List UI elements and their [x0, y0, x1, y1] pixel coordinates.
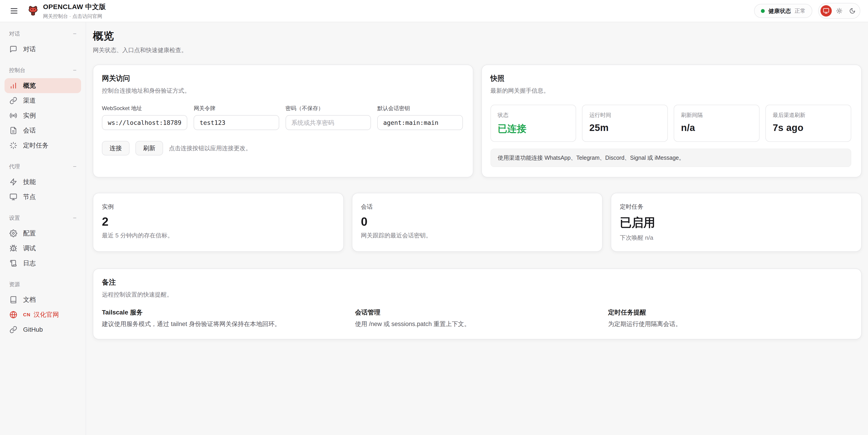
- stat-card-label: 实例: [102, 203, 333, 211]
- notes-card: 备注 远程控制设置的快速提醒。 Tailscale 服务 建议使用服务模式，通过…: [93, 268, 862, 339]
- gear-icon: [9, 230, 17, 237]
- collapse-icon: −: [73, 67, 76, 74]
- note-tailscale: Tailscale 服务 建议使用服务模式，通过 tailnet 身份验证将网关…: [102, 308, 345, 328]
- chat-icon: [9, 45, 17, 53]
- gateway-fields: WebSocket 地址 网关令牌 密码（不保存） 默认会话密钥: [102, 105, 463, 130]
- field-password: 密码（不保存）: [285, 105, 371, 130]
- file-text-icon: [9, 127, 17, 134]
- theme-system-button[interactable]: [820, 5, 832, 17]
- refresh-button[interactable]: 刷新: [135, 141, 163, 155]
- section-label: 设置: [9, 214, 20, 222]
- field-label: 密码（不保存）: [285, 105, 371, 112]
- snapshot-stats: 状态 已连接 运行时间 25m 刷新间隔 n/a 最后渠道刷新 7s ago: [491, 105, 851, 142]
- sidebar-section-chat: 对话 − 对话: [4, 30, 81, 57]
- sidebar-item-label: 节点: [23, 193, 36, 201]
- stat-tile-status: 状态 已连接: [491, 105, 576, 142]
- sidebar-item-label: 会话: [23, 126, 36, 135]
- sidebar-item-instances[interactable]: 实例: [4, 108, 81, 123]
- card-subtitle: 控制台连接地址和身份验证方式。: [102, 87, 463, 95]
- stat-label: 刷新间隔: [681, 112, 752, 119]
- note-desc: 使用 /new 或 sessions.patch 重置上下文。: [355, 320, 598, 328]
- sidebar-item-label: 日志: [23, 259, 36, 267]
- card-title: 快照: [491, 74, 851, 83]
- section-label: 代理: [9, 163, 20, 170]
- sidebar-item-nodes[interactable]: 节点: [4, 190, 81, 204]
- sidebar-item-docs[interactable]: 文档: [4, 292, 81, 307]
- sidebar-section-console: 控制台 − 概览 渠道 实例 会话 定时任务: [4, 67, 81, 153]
- book-icon: [9, 296, 17, 303]
- field-token: 网关令牌: [194, 105, 279, 130]
- channels-hint: 使用渠道功能连接 WhatsApp、Telegram、Discord、Signa…: [491, 149, 851, 167]
- menu-button[interactable]: [8, 4, 20, 17]
- field-label: 默认会话密钥: [377, 105, 463, 112]
- loader-icon: [9, 142, 17, 149]
- stat-tile-last-channel-refresh: 最后渠道刷新 7s ago: [766, 105, 851, 142]
- section-header-agent[interactable]: 代理 −: [4, 163, 81, 170]
- section-header-console[interactable]: 控制台 −: [4, 67, 81, 74]
- page-subtitle: 网关状态、入口点和快速健康检查。: [93, 46, 862, 54]
- sidebar-item-skills[interactable]: 技能: [4, 174, 81, 190]
- link-icon: [9, 97, 17, 105]
- theme-light-button[interactable]: [834, 5, 845, 17]
- radio-icon: [9, 112, 17, 119]
- sidebar-item-chat[interactable]: 对话: [4, 42, 81, 57]
- sidebar-item-channels[interactable]: 渠道: [4, 93, 81, 108]
- card-subtitle: 最新的网关握手信息。: [491, 87, 851, 95]
- sidebar-item-label: 对话: [23, 45, 36, 54]
- card-title: 备注: [102, 278, 851, 287]
- brand[interactable]: OPENCLAW 中文版 网关控制台 · 点击访问官网: [28, 2, 106, 20]
- stat-card-desc: 下次唤醒 n/a: [620, 234, 851, 242]
- sidebar-section-resources: 资源 文档 CN 汉化官网 GitHub: [4, 281, 81, 337]
- websocket-url-input[interactable]: [102, 115, 187, 130]
- section-header-chat[interactable]: 对话 −: [4, 30, 81, 37]
- sidebar-item-debug[interactable]: 调试: [4, 241, 81, 256]
- sidebar-item-github[interactable]: GitHub: [4, 322, 81, 337]
- sidebar-item-label: 渠道: [23, 96, 36, 105]
- cron-card: 定时任务 已启用 下次唤醒 n/a: [611, 193, 862, 252]
- snapshot-card: 快照 最新的网关握手信息。 状态 已连接 运行时间 25m 刷新间隔 n/a 最…: [482, 64, 862, 177]
- health-value: 正常: [795, 7, 806, 14]
- sidebar-item-label: 文档: [23, 295, 36, 304]
- scroll-icon: [9, 259, 17, 267]
- stat-card-desc: 网关跟踪的最近会话密钥。: [361, 232, 592, 239]
- monitor-icon: [9, 193, 17, 201]
- sidebar-item-overview[interactable]: 概览: [4, 78, 81, 93]
- sidebar-item-cn-site[interactable]: CN 汉化官网: [4, 307, 81, 322]
- gateway-access-card: 网关访问 控制台连接地址和身份验证方式。 WebSocket 地址 网关令牌 密…: [93, 64, 473, 177]
- health-status-badge[interactable]: 健康状态 正常: [754, 4, 812, 18]
- monitor-icon: [823, 8, 829, 14]
- section-header-resources[interactable]: 资源: [4, 281, 81, 288]
- header-actions: 健康状态 正常: [754, 3, 860, 19]
- app-header: OPENCLAW 中文版 网关控制台 · 点击访问官网 健康状态 正常: [0, 0, 868, 22]
- sidebar-item-logs[interactable]: 日志: [4, 256, 81, 271]
- section-header-settings[interactable]: 设置 −: [4, 214, 81, 221]
- app-title: OPENCLAW 中文版: [43, 2, 106, 11]
- hamburger-icon: [9, 6, 19, 16]
- session-key-input[interactable]: [377, 115, 463, 130]
- connect-button[interactable]: 连接: [102, 141, 129, 155]
- sidebar-item-config[interactable]: 配置: [4, 226, 81, 241]
- password-input[interactable]: [285, 115, 371, 130]
- stat-card-desc: 最近 5 分钟内的存在信标。: [102, 232, 333, 239]
- theme-dark-button[interactable]: [847, 5, 858, 17]
- sidebar-item-cron[interactable]: 定时任务: [4, 138, 81, 153]
- health-label: 健康状态: [768, 7, 791, 15]
- sidebar-item-label: 技能: [23, 178, 36, 186]
- sidebar-item-label: GitHub: [23, 326, 43, 333]
- top-cards-row: 网关访问 控制台连接地址和身份验证方式。 WebSocket 地址 网关令牌 密…: [93, 64, 862, 177]
- bar-chart-icon: [9, 82, 17, 89]
- section-label: 控制台: [9, 67, 25, 74]
- sidebar-item-label: 调试: [23, 244, 36, 253]
- app-subtitle: 网关控制台 · 点击访问官网: [43, 13, 106, 20]
- moon-icon: [849, 8, 856, 14]
- globe-icon: [9, 311, 17, 319]
- stat-value: 7s ago: [773, 122, 844, 133]
- card-title: 网关访问: [102, 74, 463, 83]
- gateway-token-input[interactable]: [194, 115, 279, 130]
- note-title: Tailscale 服务: [102, 308, 345, 317]
- sidebar-item-label: 配置: [23, 229, 36, 238]
- stat-tile-refresh-interval: 刷新间隔 n/a: [674, 105, 760, 142]
- stat-value-connected: 已连接: [498, 122, 569, 135]
- sidebar-item-sessions[interactable]: 会话: [4, 123, 81, 138]
- stat-card-value: 已启用: [620, 215, 851, 231]
